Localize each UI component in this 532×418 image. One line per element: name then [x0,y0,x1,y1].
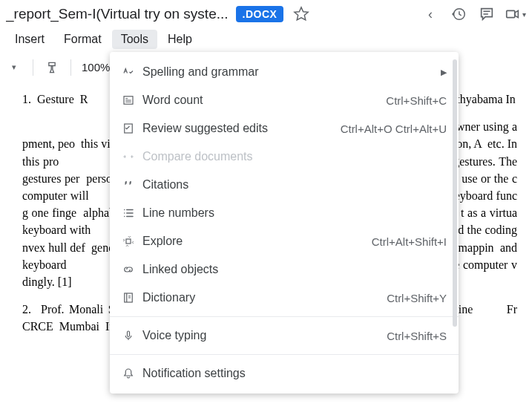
menu-compare-documents: Compare documents [110,143,459,171]
history-icon[interactable] [448,4,469,25]
submenu-arrow-icon: ▶ [441,68,447,77]
menu-separator [110,354,459,355]
menu-review-edits[interactable]: Review suggested edits Ctrl+Alt+O Ctrl+A… [110,114,459,143]
notification-icon [122,367,142,380]
menu-voice-typing[interactable]: Voice typing Ctrl+Shift+S [110,321,459,350]
docx-badge: .DOCX [236,6,284,22]
chevron-left-icon[interactable]: ‹ [420,4,441,25]
menu-notification-settings[interactable]: Notification settings [110,359,459,388]
menu-line-numbers[interactable]: Line numbers [110,199,459,227]
linenumbers-icon [122,206,142,220]
menu-tools[interactable]: Tools [112,30,157,49]
menu-linked-objects[interactable]: Linked objects [110,255,459,284]
tools-dropdown: Spelling and grammar ▶ Word count Ctrl+S… [110,52,459,393]
scrollbar-thumb[interactable] [453,59,457,327]
comment-icon[interactable] [476,4,497,25]
menu-spelling-grammar[interactable]: Spelling and grammar ▶ [110,58,459,86]
star-icon[interactable] [291,4,312,25]
menu-dictionary[interactable]: Dictionary Ctrl+Shift+Y [110,284,459,312]
compare-icon [122,150,142,163]
separator [33,59,33,76]
linked-icon [122,263,142,276]
menu-format[interactable]: Format [55,30,111,49]
review-icon [122,122,142,135]
menubar: Insert Format Tools Help [0,28,532,50]
menu-separator [110,316,459,317]
svg-rect-1 [507,10,515,17]
menu-help[interactable]: Help [159,30,201,49]
citations-icon [122,178,142,192]
dropdown-chevron-icon[interactable]: ▾ [6,59,22,76]
menu-explore[interactable]: Explore Ctrl+Alt+Shift+I [110,227,459,255]
voice-icon [122,329,142,342]
dictionary-icon [122,291,142,304]
svg-rect-6 [128,331,130,337]
spellcheck-icon [122,65,142,79]
svg-rect-4 [126,239,131,244]
menu-word-count[interactable]: Word count Ctrl+Shift+C [110,86,459,114]
separator [70,59,71,76]
video-call-button[interactable]: ▾ [505,6,526,22]
wordcount-icon [122,94,142,107]
paint-format-icon[interactable] [44,59,60,76]
explore-icon [122,235,142,248]
zoom-value: 100% [82,61,110,74]
chevron-down-icon: ▾ [522,10,526,19]
document-title[interactable]: _report_Sem-I(Virtual try on syste... [6,6,229,22]
menu-insert[interactable]: Insert [6,30,53,49]
titlebar: _report_Sem-I(Virtual try on syste... .D… [0,0,532,28]
menu-citations[interactable]: Citations [110,171,459,199]
